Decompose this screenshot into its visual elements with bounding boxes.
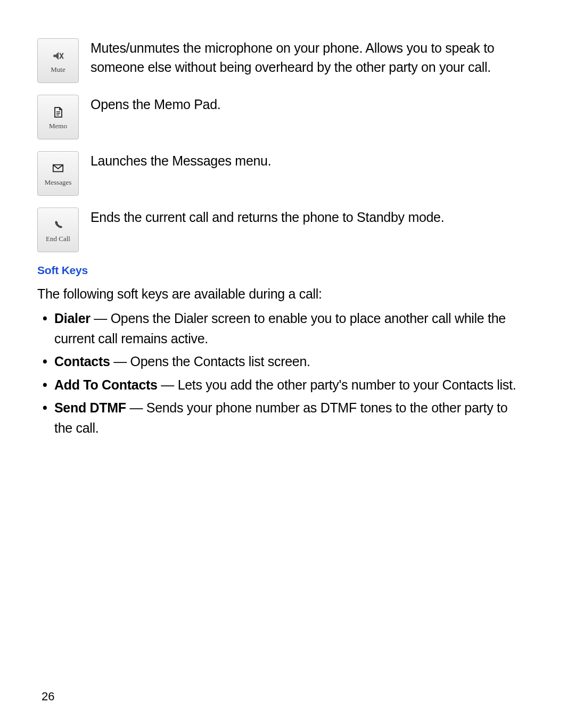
soft-keys-heading: Soft Keys [37,264,527,277]
mute-label: Mute [51,65,65,74]
memo-button: Memo [37,95,79,139]
list-item: Add To Contacts — Lets you add the other… [54,375,527,395]
soft-keys-intro: The following soft keys are available du… [37,284,527,303]
icon-row-messages: Messages Launches the Messages menu. [37,151,527,196]
messages-label: Messages [45,178,72,187]
end-call-label: End Call [46,235,70,243]
icon-row-mute: Mute Mutes/unmutes the microphone on you… [37,38,527,83]
mute-button: Mute [37,38,79,83]
messages-icon [51,161,65,176]
mute-description: Mutes/unmutes the microphone on your pho… [91,38,527,77]
icon-row-memo: Memo Opens the Memo Pad. [37,95,527,139]
bullet-term-contacts: Contacts [54,354,110,369]
end-call-description: Ends the current call and returns the ph… [91,208,444,227]
soft-keys-list: Dialer — Opens the Dialer screen to enab… [37,309,527,438]
icon-row-end-call: End Call Ends the current call and retur… [37,208,527,252]
bullet-desc-add-to-contacts: — Lets you add the other party's number … [158,377,516,392]
messages-button: Messages [37,151,79,196]
bullet-term-add-to-contacts: Add To Contacts [54,377,158,392]
end-call-icon [51,218,65,233]
memo-description: Opens the Memo Pad. [91,95,220,114]
page-number: 26 [42,690,54,704]
memo-label: Memo [49,122,67,130]
list-item: Contacts — Opens the Contacts list scree… [54,352,527,372]
bullet-term-send-dtmf: Send DTMF [54,400,126,415]
list-item: Dialer — Opens the Dialer screen to enab… [54,309,527,349]
bullet-desc-dialer: — Opens the Dialer screen to enable you … [54,311,506,346]
bullet-term-dialer: Dialer [54,311,91,326]
mute-icon [51,48,65,63]
messages-description: Launches the Messages menu. [91,151,271,170]
memo-icon [51,105,65,120]
bullet-desc-contacts: — Opens the Contacts list screen. [110,354,310,369]
list-item: Send DTMF — Sends your phone number as D… [54,398,527,438]
end-call-button: End Call [37,208,79,252]
